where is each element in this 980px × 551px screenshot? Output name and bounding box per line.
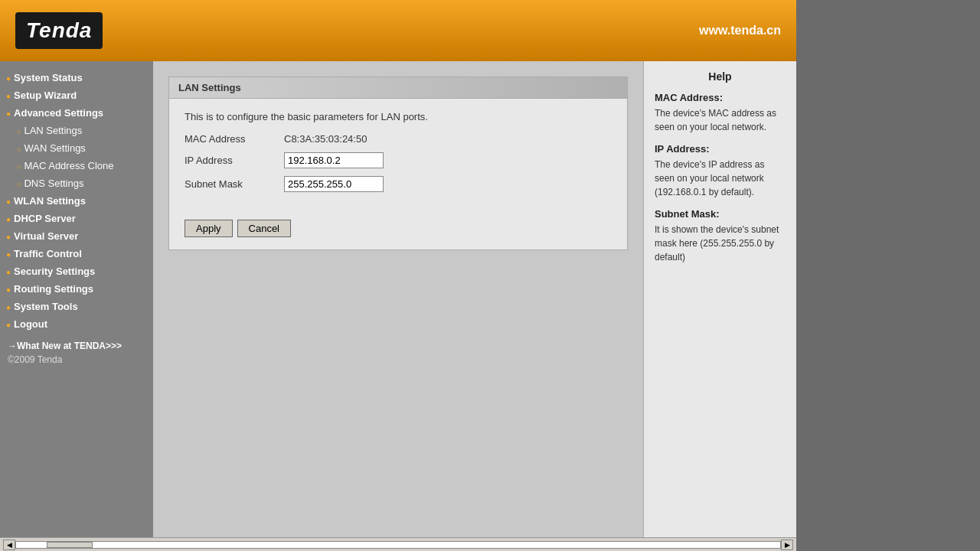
sidebar-item-setup-wizard[interactable]: ●Setup Wizard: [0, 86, 153, 104]
sidebar-item-routing-settings[interactable]: ●Routing Settings: [0, 280, 153, 298]
website-url: www.tenda.cn: [699, 24, 781, 37]
whats-new-link[interactable]: →What New at TENDA>>>: [8, 341, 145, 351]
form-row-ip-address: IP Address: [185, 152, 612, 168]
label-ip-address: IP Address: [185, 155, 284, 166]
sidebar-item-logout[interactable]: ●Logout: [0, 315, 153, 333]
help-sections: MAC Address:The device's MAC address as …: [655, 92, 786, 264]
form-title: LAN Settings: [169, 77, 627, 99]
form-buttons: ApplyCancel: [169, 212, 627, 249]
scroll-left-button[interactable]: ◀: [3, 540, 15, 550]
help-section-text-help-ip: The device's IP address as seen on your …: [655, 158, 786, 199]
sidebar-item-virtual-server[interactable]: ●Virtual Server: [0, 227, 153, 245]
sidebar-item-dns-settings[interactable]: ○DNS Settings: [0, 174, 153, 192]
help-panel: Help MAC Address:The device's MAC addres…: [643, 61, 796, 537]
scrollbar-thumb[interactable]: [47, 542, 93, 548]
help-section-title-help-subnet: Subnet Mask:: [655, 208, 786, 220]
sidebar-item-wlan-settings[interactable]: ●WLAN Settings: [0, 192, 153, 210]
sidebar-footer: →What New at TENDA>>> ©2009 Tenda: [0, 333, 153, 373]
scroll-right-button[interactable]: ▶: [781, 540, 793, 550]
sidebar-item-security-settings[interactable]: ●Security Settings: [0, 262, 153, 280]
copyright: ©2009 Tenda: [8, 354, 145, 365]
help-section-title-help-mac: MAC Address:: [655, 92, 786, 103]
apply-button[interactable]: Apply: [185, 220, 233, 237]
help-title: Help: [655, 70, 786, 83]
form-panel: LAN Settings This is to configure the ba…: [168, 77, 628, 250]
logo: Tenda: [15, 12, 103, 49]
label-subnet-mask: Subnet Mask: [185, 178, 284, 190]
main-content: LAN Settings This is to configure the ba…: [153, 61, 643, 537]
sidebar-item-system-tools[interactable]: ●System Tools: [0, 298, 153, 315]
value-mac-address: C8:3A:35:03:24:50: [284, 133, 367, 145]
form-row-subnet-mask: Subnet Mask: [185, 176, 612, 192]
label-mac-address: MAC Address: [185, 133, 284, 145]
form-row-mac-address: MAC AddressC8:3A:35:03:24:50: [185, 133, 612, 145]
sidebar-item-traffic-control[interactable]: ●Traffic Control: [0, 245, 153, 262]
sidebar-item-dhcp-server[interactable]: ●DHCP Server: [0, 210, 153, 227]
form-description: This is to configure the basic parameter…: [185, 111, 612, 122]
help-section-text-help-subnet: It is shown the device's subnet mask her…: [655, 223, 786, 264]
nav-items: ●System Status●Setup Wizard●Advanced Set…: [0, 69, 153, 333]
help-section-title-help-ip: IP Address:: [655, 143, 786, 155]
sidebar: ●System Status●Setup Wizard●Advanced Set…: [0, 61, 153, 537]
form-body: This is to configure the basic parameter…: [169, 99, 627, 212]
form-fields: MAC AddressC8:3A:35:03:24:50IP AddressSu…: [185, 133, 612, 192]
sidebar-item-system-status[interactable]: ●System Status: [0, 69, 153, 86]
logo-text: Tenda: [26, 18, 92, 42]
sidebar-item-wan-settings[interactable]: ○WAN Settings: [0, 139, 153, 157]
cancel-button[interactable]: Cancel: [237, 220, 291, 237]
scrollbar-track[interactable]: [15, 541, 781, 549]
header: Tenda www.tenda.cn: [0, 0, 796, 61]
sidebar-item-mac-address-clone[interactable]: ○MAC Address Clone: [0, 157, 153, 174]
right-gutter2: [796, 61, 980, 537]
input-subnet-mask[interactable]: [284, 176, 384, 192]
sidebar-item-lan-settings[interactable]: ○LAN Settings: [0, 122, 153, 139]
right-gutter: [796, 0, 980, 61]
input-ip-address[interactable]: [284, 152, 384, 168]
scrollbar-area: ◀ ▶: [0, 537, 796, 551]
help-section-text-help-mac: The device's MAC address as seen on your…: [655, 106, 786, 134]
sidebar-item-advanced-settings[interactable]: ●Advanced Settings: [0, 104, 153, 122]
bottom-right-gutter: [796, 537, 980, 551]
